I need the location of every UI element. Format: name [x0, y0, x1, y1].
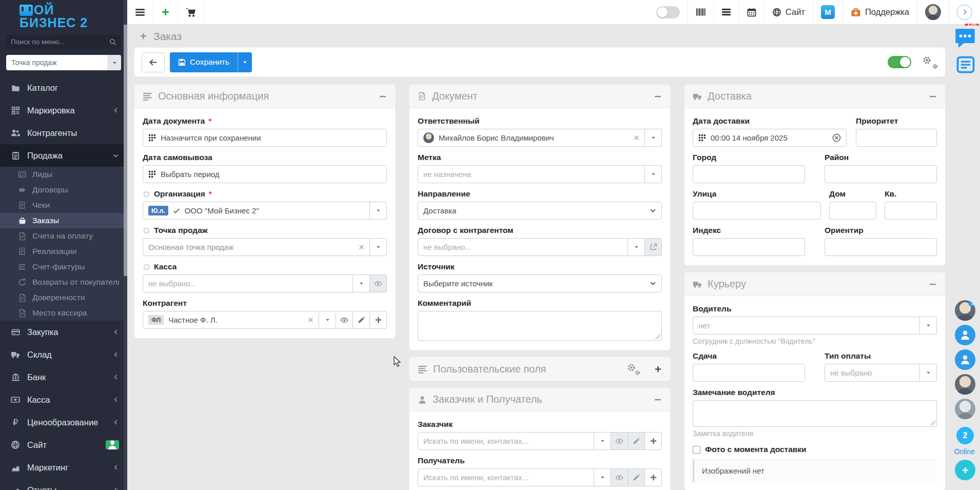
- collapse-icon[interactable]: [929, 92, 937, 101]
- sidebar-item-3[interactable]: Продажа: [0, 144, 127, 167]
- sidebar-item-5[interactable]: Договоры: [0, 182, 127, 198]
- responsible-dropdown-button[interactable]: [645, 129, 662, 147]
- zakazchik-view-button[interactable]: [611, 432, 628, 450]
- sidebar-item-10[interactable]: Счет-фактуры: [0, 259, 127, 275]
- kassa-input[interactable]: не выбрано...: [143, 275, 353, 292]
- landmark-input[interactable]: [825, 238, 937, 256]
- contractor-add-button[interactable]: [370, 311, 387, 329]
- clear-icon[interactable]: [359, 244, 364, 250]
- sidebar-item-1[interactable]: Маркировка: [0, 99, 127, 122]
- menu-search[interactable]: [6, 35, 121, 49]
- site-button[interactable]: Сайт: [764, 0, 813, 24]
- contact-avatar[interactable]: [955, 374, 975, 395]
- sidebar-item-0[interactable]: Каталог: [0, 76, 127, 99]
- save-dropdown-caret[interactable]: [238, 52, 252, 72]
- contact-avatar[interactable]: 3: [955, 300, 975, 321]
- messages-widget-button[interactable]: [955, 54, 976, 75]
- profile-button[interactable]: [917, 0, 949, 24]
- district-input[interactable]: [825, 165, 937, 183]
- barcode-button[interactable]: [688, 0, 713, 24]
- sidebar-item-21[interactable]: Отчеты: [0, 479, 127, 490]
- poluchatel-input[interactable]: Искать по имени, контактах...: [418, 468, 594, 486]
- responsible-input[interactable]: Михайлов Борис Владимирович: [418, 129, 645, 147]
- flat-input[interactable]: [885, 202, 937, 220]
- zakazchik-add-button[interactable]: [645, 432, 662, 450]
- sidebar-item-2[interactable]: Контрагенты: [0, 122, 127, 144]
- sidebar-item-7[interactable]: Заказы: [0, 213, 127, 228]
- back-button[interactable]: [142, 52, 165, 72]
- sidebar-item-12[interactable]: Доверенности: [0, 290, 127, 305]
- zakazchik-input[interactable]: Искать по имени, контактах...: [418, 432, 594, 450]
- menu-search-input[interactable]: [11, 38, 109, 46]
- sidebar-item-16[interactable]: Банк: [0, 366, 127, 388]
- bot-avatar[interactable]: [955, 399, 975, 419]
- sales-point-dropdown-button[interactable]: [370, 238, 387, 256]
- sidebar-item-17[interactable]: Касса: [0, 388, 127, 411]
- sidebar-item-15[interactable]: Склад: [0, 343, 127, 366]
- sales-point-select[interactable]: Точка продаж: [6, 55, 121, 70]
- driver-note-textarea[interactable]: [693, 400, 937, 427]
- app-shortcut-button[interactable]: М: [813, 0, 842, 24]
- sidebar-item-9[interactable]: Реализации: [0, 244, 127, 259]
- resize-handle[interactable]: [655, 334, 660, 339]
- contract-dropdown-button[interactable]: [628, 238, 645, 256]
- contractor-input[interactable]: ФЛ Частное Ф. Л.: [143, 311, 319, 329]
- sidebar-item-14[interactable]: Закупка: [0, 321, 127, 343]
- kassa-view-button[interactable]: [370, 275, 387, 292]
- zakazchik-dropdown-button[interactable]: [594, 432, 611, 450]
- sidebar-item-6[interactable]: Чеки: [0, 198, 127, 213]
- list-button[interactable]: [713, 0, 739, 24]
- resize-handle[interactable]: [930, 420, 935, 425]
- sidebar-item-19[interactable]: Сайт: [0, 434, 127, 456]
- zakazchik-edit-button[interactable]: [628, 432, 645, 450]
- custom-fields-settings-button[interactable]: [627, 363, 640, 375]
- org-dropdown-button[interactable]: [370, 202, 387, 220]
- poluchatel-add-button[interactable]: [645, 468, 662, 486]
- save-split-button[interactable]: Сохранить: [170, 52, 252, 72]
- contractor-view-button[interactable]: [336, 311, 353, 329]
- comment-textarea[interactable]: [418, 311, 662, 341]
- doc-date-input[interactable]: Назначится при сохранении: [143, 129, 387, 147]
- sidebar-scrollbar[interactable]: [124, 0, 127, 490]
- kassa-dropdown-button[interactable]: [353, 275, 370, 292]
- driver-dropdown-button[interactable]: [920, 317, 937, 335]
- tag-input[interactable]: не назначена: [418, 165, 645, 183]
- settings-gears-button[interactable]: [923, 56, 938, 68]
- new-chat-button[interactable]: [955, 460, 975, 480]
- sidebar-item-11[interactable]: Возвраты от покупателя: [0, 275, 127, 290]
- org-input[interactable]: Ю.л. ООО "Мой Бизнес 2": [143, 202, 370, 220]
- expand-panel-button[interactable]: [949, 0, 980, 24]
- chat-widget-button[interactable]: 120: [953, 27, 977, 50]
- online-user-button[interactable]: [955, 325, 975, 345]
- mode-toggle[interactable]: [656, 6, 680, 18]
- clear-icon[interactable]: [308, 317, 313, 323]
- sidebar-item-13[interactable]: Место кассира: [0, 305, 127, 321]
- support-button[interactable]: Поддержка: [842, 0, 917, 24]
- poluchatel-view-button[interactable]: [611, 468, 628, 486]
- driver-input[interactable]: нет: [693, 317, 920, 335]
- house-input[interactable]: [829, 202, 876, 220]
- pay-type-dropdown-button[interactable]: [920, 364, 937, 382]
- sidebar-item-4[interactable]: Лиды: [0, 167, 127, 182]
- contract-open-button[interactable]: [645, 238, 662, 256]
- pay-type-input[interactable]: не выбрано: [825, 364, 920, 382]
- poluchatel-dropdown-button[interactable]: [594, 468, 611, 486]
- sales-point-input[interactable]: Основная точка продаж: [143, 238, 370, 256]
- add-custom-field-button[interactable]: [654, 365, 662, 373]
- clear-circle-icon[interactable]: [832, 133, 841, 142]
- street-input[interactable]: [693, 202, 821, 220]
- calendar-button[interactable]: [739, 0, 764, 24]
- pickup-date-input[interactable]: Выбрать период: [143, 165, 387, 183]
- priority-input[interactable]: [856, 129, 937, 147]
- collapse-icon[interactable]: [654, 92, 662, 101]
- delivery-photo-checkbox[interactable]: [693, 446, 700, 454]
- sidebar-item-18[interactable]: Ценообразование: [0, 411, 127, 434]
- direction-select[interactable]: Доставка: [418, 202, 662, 220]
- clear-icon[interactable]: [634, 135, 639, 141]
- contractor-edit-button[interactable]: [353, 311, 370, 329]
- collapse-icon[interactable]: [654, 396, 662, 404]
- collapse-icon[interactable]: [379, 92, 387, 101]
- change-input[interactable]: [693, 364, 805, 382]
- contract-input[interactable]: не выбрано...: [418, 238, 628, 256]
- quick-add-button[interactable]: [153, 0, 178, 24]
